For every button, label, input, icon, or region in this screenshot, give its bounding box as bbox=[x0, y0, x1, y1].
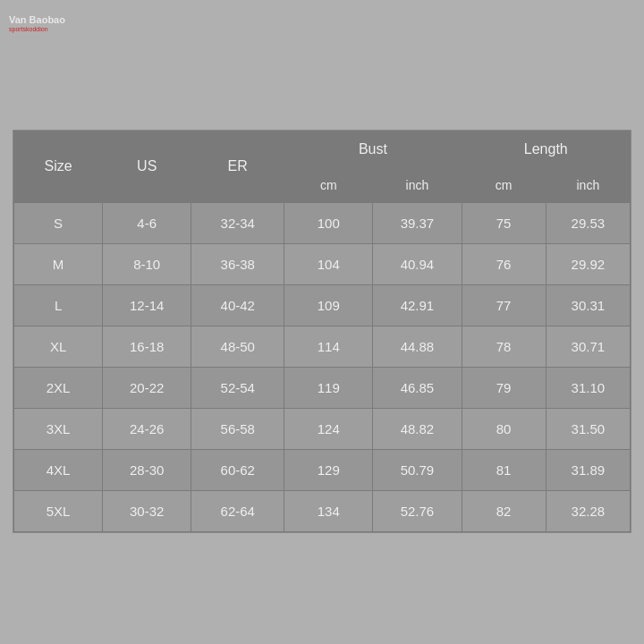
cell-bust-inch: 42.91 bbox=[373, 284, 462, 326]
cell-bust-inch: 50.79 bbox=[373, 449, 462, 490]
cell-len-cm: 80 bbox=[462, 408, 546, 449]
cell-bust-inch: 52.76 bbox=[373, 490, 462, 531]
cell-er: 56-58 bbox=[191, 408, 284, 449]
cell-len-inch: 30.31 bbox=[546, 284, 630, 326]
cell-er: 52-54 bbox=[191, 367, 284, 408]
cell-bust-inch: 44.88 bbox=[373, 326, 462, 367]
cell-len-cm: 78 bbox=[462, 326, 546, 367]
cell-er: 40-42 bbox=[191, 284, 284, 326]
cell-size: 5XL bbox=[14, 490, 103, 531]
cell-size: 4XL bbox=[14, 449, 103, 490]
table-body: S4-632-3410039.377529.53M8-1036-3810440.… bbox=[14, 202, 631, 531]
cell-len-inch: 29.53 bbox=[546, 202, 630, 243]
cell-bust-cm: 104 bbox=[284, 243, 373, 284]
cell-size: XL bbox=[14, 326, 103, 367]
brand-sub: sportskoddion bbox=[9, 26, 65, 33]
cell-bust-cm: 134 bbox=[284, 490, 373, 531]
header-size: Size bbox=[14, 131, 103, 202]
table-row: S4-632-3410039.377529.53 bbox=[14, 202, 631, 243]
cell-len-inch: 29.92 bbox=[546, 243, 630, 284]
cell-us: 16-18 bbox=[103, 326, 191, 367]
cell-len-inch: 31.10 bbox=[546, 367, 630, 408]
cell-len-inch: 31.50 bbox=[546, 408, 630, 449]
cell-bust-inch: 39.37 bbox=[373, 202, 462, 243]
table-row: XL16-1848-5011444.887830.71 bbox=[14, 326, 631, 367]
cell-bust-cm: 109 bbox=[284, 284, 373, 326]
header-bust: Bust bbox=[284, 131, 462, 168]
cell-bust-cm: 129 bbox=[284, 449, 373, 490]
cell-bust-inch: 46.85 bbox=[373, 367, 462, 408]
header-er: ER bbox=[191, 131, 284, 202]
logo-area: Van Baobao sportskoddion bbox=[9, 14, 65, 34]
page-container: Van Baobao sportskoddion Size US ER Bust… bbox=[0, 0, 644, 644]
cell-len-cm: 75 bbox=[462, 202, 546, 243]
cell-len-inch: 30.71 bbox=[546, 326, 630, 367]
size-chart-table-wrapper: Size US ER Bust Length cm inch cm inch S… bbox=[13, 130, 631, 533]
cell-bust-cm: 124 bbox=[284, 408, 373, 449]
cell-len-inch: 31.89 bbox=[546, 449, 630, 490]
cell-size: S bbox=[14, 202, 103, 243]
table-row: 5XL30-3262-6413452.768232.28 bbox=[14, 490, 631, 531]
cell-size: 2XL bbox=[14, 367, 103, 408]
table-row: 2XL20-2252-5411946.857931.10 bbox=[14, 367, 631, 408]
header-len-cm: cm bbox=[462, 168, 546, 202]
cell-er: 48-50 bbox=[191, 326, 284, 367]
table-row: M8-1036-3810440.947629.92 bbox=[14, 243, 631, 284]
cell-bust-cm: 100 bbox=[284, 202, 373, 243]
cell-len-cm: 77 bbox=[462, 284, 546, 326]
cell-us: 4-6 bbox=[103, 202, 191, 243]
cell-bust-cm: 119 bbox=[284, 367, 373, 408]
cell-size: L bbox=[14, 284, 103, 326]
table-row: 4XL28-3060-6212950.798131.89 bbox=[14, 449, 631, 490]
cell-len-cm: 82 bbox=[462, 490, 546, 531]
cell-len-inch: 32.28 bbox=[546, 490, 630, 531]
size-chart-table: Size US ER Bust Length cm inch cm inch S… bbox=[13, 131, 631, 532]
cell-bust-inch: 48.82 bbox=[373, 408, 462, 449]
table-row: 3XL24-2656-5812448.828031.50 bbox=[14, 408, 631, 449]
cell-bust-cm: 114 bbox=[284, 326, 373, 367]
brand-name: Van Baobao bbox=[9, 14, 65, 26]
cell-er: 60-62 bbox=[191, 449, 284, 490]
header-bust-cm: cm bbox=[284, 168, 373, 202]
cell-us: 8-10 bbox=[103, 243, 191, 284]
header-length: Length bbox=[462, 131, 630, 168]
cell-size: M bbox=[14, 243, 103, 284]
cell-us: 28-30 bbox=[103, 449, 191, 490]
cell-us: 12-14 bbox=[103, 284, 191, 326]
header-bust-inch: inch bbox=[373, 168, 462, 202]
table-row: L12-1440-4210942.917730.31 bbox=[14, 284, 631, 326]
header-us: US bbox=[103, 131, 191, 202]
cell-us: 24-26 bbox=[103, 408, 191, 449]
cell-us: 20-22 bbox=[103, 367, 191, 408]
cell-er: 36-38 bbox=[191, 243, 284, 284]
cell-us: 30-32 bbox=[103, 490, 191, 531]
cell-len-cm: 76 bbox=[462, 243, 546, 284]
cell-len-cm: 79 bbox=[462, 367, 546, 408]
cell-er: 32-34 bbox=[191, 202, 284, 243]
header-len-inch: inch bbox=[546, 168, 630, 202]
cell-len-cm: 81 bbox=[462, 449, 546, 490]
header-row-1: Size US ER Bust Length bbox=[14, 131, 631, 168]
cell-size: 3XL bbox=[14, 408, 103, 449]
cell-er: 62-64 bbox=[191, 490, 284, 531]
cell-bust-inch: 40.94 bbox=[373, 243, 462, 284]
